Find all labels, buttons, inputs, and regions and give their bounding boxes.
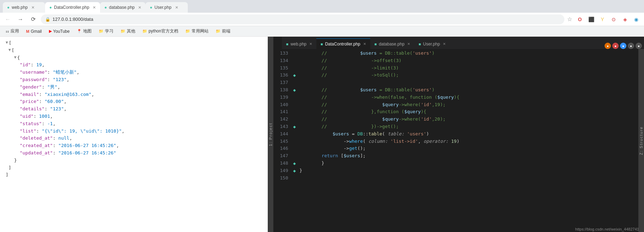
extension-icon1[interactable]: ⬛ bbox=[586, 14, 596, 24]
gmail-icon: M bbox=[26, 29, 29, 33]
json-toggle-2[interactable]: ▼ bbox=[8, 47, 11, 53]
web-tab-close[interactable]: ✕ bbox=[31, 5, 35, 10]
bookmark-youtube-label: YouTube bbox=[53, 29, 70, 34]
icon-grey1[interactable]: ● bbox=[628, 43, 634, 49]
extension-icon5[interactable]: ◉ bbox=[631, 14, 641, 24]
back-button[interactable]: ← bbox=[3, 14, 13, 24]
editor-tab-datacontroller[interactable]: ● DataController.php ✕ bbox=[45, 2, 100, 13]
gutter-136: ◆ bbox=[291, 72, 298, 79]
json-line-gender: "gender": "男", bbox=[0, 84, 268, 91]
code-tab-dc-close[interactable]: ✕ bbox=[363, 42, 366, 46]
json-line-updated: "updated_at": "2016-06-27 16:45:26" bbox=[0, 149, 268, 157]
code-tab-database[interactable]: ■ database.php ✕ bbox=[370, 38, 414, 49]
apps-icon: ⚏ bbox=[6, 29, 9, 33]
code-tab-db-close[interactable]: ✕ bbox=[407, 42, 410, 46]
extension-icon2[interactable]: Y bbox=[597, 14, 607, 24]
code-tab-user-icon: ■ bbox=[419, 42, 421, 46]
gutter-146 bbox=[291, 145, 298, 152]
gutter-137 bbox=[291, 79, 298, 86]
code-line-139: // ->when(false, function ($query){ bbox=[298, 94, 644, 101]
datacontroller-tab-icon: ● bbox=[49, 5, 52, 10]
extension-icon4[interactable]: ◈ bbox=[620, 14, 630, 24]
icon-red[interactable]: ● bbox=[612, 43, 619, 49]
opera-icon[interactable]: O bbox=[575, 14, 585, 24]
json-line-email: "email": "xiaoxin@163.com", bbox=[0, 91, 268, 98]
bookmark-other[interactable]: 📁 其他 bbox=[118, 27, 138, 35]
bookmark-python[interactable]: 📁 python官方文档 bbox=[140, 27, 181, 35]
bookmark-apps[interactable]: ⚏ 应用 bbox=[3, 27, 22, 35]
datacontroller-tab-label: DataController.php bbox=[54, 5, 89, 10]
json-line-list: "list": "{\"id\": 19, \"uid\": 1010}", bbox=[0, 128, 268, 135]
line-num-147: 147 bbox=[273, 152, 288, 160]
user-tab-close[interactable]: ✕ bbox=[175, 5, 178, 10]
structure-sidebar[interactable]: Z: Structure bbox=[638, 49, 644, 232]
bookmark-gmail[interactable]: M Gmail bbox=[23, 28, 45, 35]
line-num-143: 143 bbox=[273, 123, 288, 130]
code-line-148: } bbox=[298, 160, 644, 167]
icon-grey2[interactable]: ● bbox=[636, 43, 642, 49]
project-sidebar[interactable]: 1: Project bbox=[268, 37, 273, 232]
line-num-137: 137 bbox=[273, 79, 288, 86]
bookmark-common[interactable]: 📁 常用网站 bbox=[182, 27, 211, 35]
line-num-136: 136 bbox=[273, 72, 288, 79]
icon-orange[interactable]: ● bbox=[605, 43, 611, 49]
main-content: ▼ [ ▼ [ ▼ { "id": 19, "username": "蜡笔小新"… bbox=[0, 37, 644, 232]
bookmark-study[interactable]: 📁 学习 bbox=[96, 27, 116, 35]
code-tab-datacontroller[interactable]: ■ DataController.php ✕ bbox=[316, 38, 370, 49]
bookmark-star-icon[interactable]: ☆ bbox=[567, 16, 572, 23]
code-tab-web[interactable]: ■ web.php ✕ bbox=[282, 38, 316, 49]
reload-button[interactable]: ⟳ bbox=[28, 14, 38, 24]
code-line-140: // $query->where('id',19); bbox=[298, 101, 644, 109]
code-line-136: // ->toSql(); bbox=[298, 72, 644, 79]
editor-wrapper: ■ web.php ✕ ■ DataController.php ✕ ■ dat… bbox=[273, 37, 644, 232]
structure-label: Z: Structure bbox=[639, 126, 643, 155]
code-tab-web-icon: ■ bbox=[286, 42, 289, 46]
gutter-144 bbox=[291, 130, 298, 138]
user-tab-icon: ● bbox=[150, 5, 152, 10]
youtube-icon: ▶ bbox=[49, 29, 52, 33]
bookmark-youtube[interactable]: ▶ YouTube bbox=[46, 28, 73, 35]
code-tab-user[interactable]: ■ User.php ✕ bbox=[414, 38, 450, 49]
json-line-close-inner: ] bbox=[0, 164, 268, 172]
json-line-2: ▼ [ bbox=[0, 47, 268, 54]
code-tab-web-label: web.php bbox=[291, 42, 306, 47]
editor-tab-user[interactable]: ● User.php ✕ bbox=[145, 2, 188, 13]
gutter-150 bbox=[291, 175, 298, 182]
editor-tab-web[interactable]: ● web.php ✕ bbox=[3, 2, 45, 13]
study-icon: 📁 bbox=[99, 29, 104, 33]
code-line-137 bbox=[298, 79, 644, 86]
user-tab-label: User.php bbox=[155, 5, 172, 10]
code-tab-web-close[interactable]: ✕ bbox=[309, 42, 312, 46]
json-line-price: "price": "60.00", bbox=[0, 98, 268, 105]
json-toggle-3[interactable]: ▼ bbox=[14, 54, 17, 61]
database-tab-close[interactable]: ✕ bbox=[138, 5, 141, 10]
extension-icon3[interactable]: ⊙ bbox=[609, 14, 619, 24]
icon-blue1[interactable]: ● bbox=[620, 43, 626, 49]
line-num-139: 139 bbox=[273, 94, 288, 101]
datacontroller-tab-close[interactable]: ✕ bbox=[93, 5, 96, 10]
gutter-149: ◆ bbox=[291, 167, 298, 175]
bookmark-maps[interactable]: 📍 地图 bbox=[74, 27, 94, 35]
json-panel[interactable]: ▼ [ ▼ [ ▼ { "id": 19, "username": "蜡笔小新"… bbox=[0, 37, 268, 232]
gutter-142 bbox=[291, 116, 298, 123]
web-tab-label: web.php bbox=[12, 5, 27, 10]
code-line-147: return [$users]; bbox=[298, 152, 644, 160]
gutter-147 bbox=[291, 152, 298, 160]
json-line-close-outer: ] bbox=[0, 171, 268, 179]
bookmark-common-label: 常用网站 bbox=[192, 28, 209, 34]
status-url: https://blog.csdn.net/weixin_44827418 bbox=[575, 227, 641, 231]
nav-icons: O ⬛ Y ⊙ ◈ ◉ bbox=[575, 14, 641, 24]
other-icon: 📁 bbox=[120, 29, 125, 33]
line-num-135: 135 bbox=[273, 65, 288, 72]
editor-tab-database[interactable]: ● database.php ✕ bbox=[100, 2, 145, 13]
address-bar[interactable]: 🔒 127.0.0.1:8000/data bbox=[41, 14, 564, 24]
json-toggle-1[interactable]: ▼ bbox=[6, 39, 8, 46]
code-tab-user-close[interactable]: ✕ bbox=[443, 42, 446, 46]
code-line-141: // },function ($query){ bbox=[298, 108, 644, 116]
forward-button[interactable]: → bbox=[16, 14, 25, 24]
bookmark-frontend[interactable]: 📁 前端 bbox=[213, 27, 233, 35]
line-num-138: 138 bbox=[273, 86, 288, 94]
code-content[interactable]: // $users = DB::table('users') // ->offs… bbox=[298, 49, 644, 232]
code-line-134: // ->offset(3) bbox=[298, 57, 644, 65]
json-line-close-obj: } bbox=[0, 157, 268, 164]
